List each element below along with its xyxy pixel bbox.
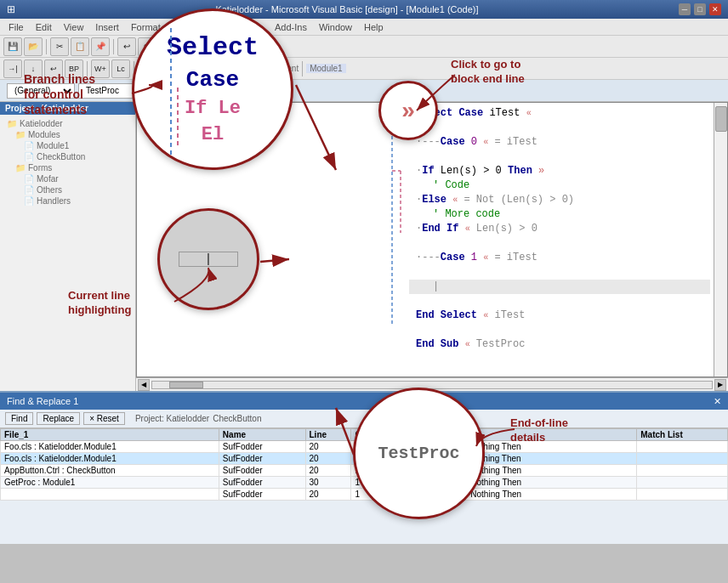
menu-run[interactable]: Run [207,21,234,33]
maximize-button[interactable]: □ [694,3,706,15]
tb-module-ref: Module1 [306,64,345,73]
menu-insert[interactable]: Insert [90,21,124,33]
cell-file: Foo.cls : Katielodder.Module1 [1,453,219,465]
scrollbar-thumb[interactable] [715,106,727,132]
sidebar-item-checkbutton[interactable]: 📄 CheckButton [20,151,132,162]
bottom-panel: Find & Replace 1 ✕ Find Replace × Reset … [0,391,728,544]
table-row[interactable]: AppButton.Ctrl : CheckButton SufFodder 2… [1,465,728,477]
menu-addins[interactable]: Add-Ins [270,21,312,33]
tb-debug4[interactable]: BP [65,59,83,78]
cell-col: 1 [351,477,390,489]
results-table: File_1 Name Line Col Component Match Lis… [0,428,728,501]
sidebar-item-handlers[interactable]: 📄 Handlers [20,195,132,207]
menu-edit[interactable]: Edit [31,21,57,33]
code-line-7: ·Else « = Not (Len(s) > 0) [409,193,710,207]
col-file: File_1 [1,429,219,441]
tb-pause[interactable]: ⏸ [185,37,203,56]
tb-save[interactable]: 💾 [3,37,22,56]
table-row[interactable]: SufFodder 20 1 If s_JapanStrings is Noth… [1,489,728,501]
cell-col: 1 [351,453,390,465]
menu-debug[interactable]: Debug [168,21,205,33]
cell-col: 1 [351,441,390,453]
code-editor[interactable]: Select Case iTest « ·---Case 0 « = iTest… [136,102,728,377]
folder-icon: 📁 [7,119,17,128]
file-icon: 📄 [24,152,34,161]
code-line-4 [409,150,710,164]
tb-locals[interactable]: Lc [111,59,130,78]
sidebar-item-others[interactable]: 📄 Others [20,184,132,195]
menu-help[interactable]: Help [359,21,389,33]
cell-file: Foo.cls : Katielodder.Module1 [1,441,219,453]
menu-bar: File Edit View Insert Format Debug Run T… [0,19,728,36]
cell-component: If s_JapanStrings is Nothing Then [390,477,637,489]
sidebar-item-mofar[interactable]: 📄 Mofar [20,173,132,184]
tb-run[interactable]: ▶ [164,37,183,56]
tb-copy[interactable]: 📋 [71,37,89,56]
menu-tools[interactable]: Tools [236,21,268,33]
scroll-left-btn[interactable]: ◀ [138,379,150,391]
tb-search[interactable]: 🔍 [231,37,250,56]
tb-undo[interactable]: ↩ [117,37,136,56]
file-icon: 📄 [24,141,34,150]
tb-open[interactable]: 📂 [24,37,43,56]
scroll-right-btn[interactable]: ▶ [714,379,726,391]
tb-debug2[interactable]: ↓ [24,59,43,78]
find-button[interactable]: Find [5,412,33,425]
sidebar-item-module1[interactable]: 📄 Module1 [20,140,132,151]
folder-icon: 📁 [15,163,26,173]
file-icon: 📄 [24,174,34,184]
sidebar-item-forms[interactable]: 📁 Forms [12,162,132,173]
tb-sep-4 [227,39,228,54]
scroll-track[interactable] [151,381,713,389]
replace-button[interactable]: Replace [37,412,80,425]
reset-button[interactable]: × Reset [83,412,125,425]
table-row[interactable]: Foo.cls : Katielodder.Module1 SufFodder … [1,441,728,453]
tb-paste[interactable]: 📌 [91,37,110,56]
code-line-6: ' Code [409,178,710,193]
bottom-panel-header: Find & Replace 1 ✕ [0,393,728,410]
sidebar-item-modules[interactable]: 📁 Modules [12,129,132,140]
table-row[interactable]: GetProc : Module1 SufFodder 30 1 If s_Ja… [1,477,728,489]
bottom-panel-close[interactable]: ✕ [714,396,721,407]
col-name: Name [219,429,305,441]
cell-match [637,477,728,489]
tb-debug3[interactable]: ↩ [44,59,63,78]
menu-window[interactable]: Window [314,21,357,33]
horizontal-scrollbar[interactable]: ◀ ▶ [136,377,728,391]
sidebar-item-katielodder[interactable]: 📁 Katielodder [3,118,132,129]
col-line: Line [305,429,351,441]
code-line-9: ·End If « Len(s) > 0 [409,222,710,236]
minimize-button[interactable]: ─ [679,3,691,15]
code-line-16 [409,323,710,337]
cell-match [637,465,728,477]
window: ⊞ Katielodder - Microsoft Visual Basic [… [0,0,728,544]
tb-cut[interactable]: ✂ [50,37,69,56]
cell-match [637,441,728,453]
scroll-thumb[interactable] [169,382,203,388]
code-line-2 [409,121,710,135]
table-row-selected[interactable]: Foo.cls : Katielodder.Module1 SufFodder … [1,453,728,465]
proc-dropdown-testproc[interactable]: TestProc [78,83,180,99]
menu-file[interactable]: File [3,21,29,33]
bottom-toolbar: Find Replace × Reset Project: Katielodde… [0,410,728,428]
project-sidebar: Project - Katielodder 📁 Katielodder 📁 Mo… [0,102,136,391]
tb-stop[interactable]: ■ [205,37,224,56]
menu-format[interactable]: Format [126,21,166,33]
close-button[interactable]: ✕ [709,3,721,15]
cell-match [637,489,728,501]
tb-replace[interactable]: ⇄ [252,37,270,56]
tb-sep-5 [87,61,88,76]
code-line-3: ·---Case 0 « = iTest [409,135,710,150]
cell-file: GetProc : Module1 [1,477,219,489]
tb-watch[interactable]: W+ [91,59,110,78]
vertical-scrollbar[interactable] [714,103,727,376]
menu-view[interactable]: View [59,21,89,33]
toolbar-1: 💾 📂 ✂ 📋 📌 ↩ ↪ ▶ ⏸ ■ 🔍 ⇄ [0,36,728,58]
cell-col: 1 [351,489,390,501]
code-line-17: End Sub « TestProc [409,337,710,352]
proc-dropdown-general[interactable]: (General) [7,83,75,99]
tb-redo[interactable]: ↪ [138,37,156,56]
tb-debug1[interactable]: →| [3,59,22,78]
tb-sep-6 [134,61,134,76]
code-line-13-highlighted: | [409,280,710,294]
